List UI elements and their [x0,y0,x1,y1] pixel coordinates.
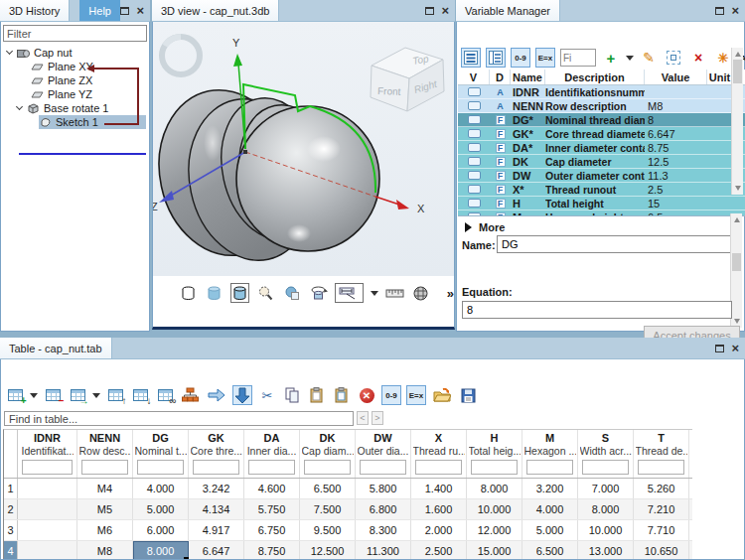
visibility-checkbox[interactable] [458,155,490,168]
visibility-checkbox[interactable] [458,183,490,196]
chevron-down-icon[interactable] [16,103,23,110]
rotate-view-icon[interactable] [309,283,328,303]
table-cell[interactable]: M4 [77,479,133,498]
tree-selection[interactable]: Sketch 1 [39,115,146,129]
table-cell[interactable]: 6.647 [189,541,244,559]
maximize-icon[interactable] [120,7,129,15]
add-row-icon[interactable]: + [5,385,25,405]
digits-format-icon[interactable]: 0-9 [381,385,401,405]
find-in-table-input[interactable] [4,411,354,426]
paste-special-icon[interactable] [332,385,352,405]
delete-row-icon[interactable]: − [43,385,63,405]
visibility-checkbox[interactable] [458,197,490,210]
variable-row[interactable]: F H Total height 15 [458,197,745,210]
column-filter-input[interactable] [526,460,573,475]
table-cell[interactable]: 11.300 [356,541,411,559]
table-cell[interactable]: 1.600 [411,499,467,519]
tree-item-sketch[interactable]: Sketch 1 [1,115,149,129]
details-view-icon[interactable] [486,48,506,68]
list-view-icon[interactable] [461,48,481,68]
table-cell[interactable]: 10.000 [467,499,522,519]
column-header[interactable]: IDNR Identifikat... [18,430,77,478]
visibility-checkbox[interactable] [458,113,490,126]
table-cell[interactable]: 4.600 [244,479,300,498]
find-prev-button[interactable]: < [357,411,369,425]
history-filter-input[interactable] [3,25,147,42]
col-header-description[interactable]: Description [545,70,645,84]
chevron-down-icon[interactable] [6,48,13,55]
column-header[interactable]: T Thread de... [634,430,689,478]
column-filter-input[interactable] [248,460,295,475]
close-icon[interactable]: × [731,4,739,17]
column-header[interactable]: DW Outer dia... [356,430,411,478]
column-header[interactable]: GK Core thre... [189,430,244,478]
column-filter-input[interactable] [415,460,462,475]
column-filter-input[interactable] [193,460,239,475]
tab-3d-view[interactable]: 3D view - cap_nut.3db [152,0,279,21]
variable-filter-input[interactable] [560,49,596,67]
row-number[interactable]: 2 [4,499,18,519]
variable-row[interactable]: F DG* Nominal thread diameter 8 [458,113,745,127]
cut-icon[interactable]: ✂ [257,385,277,405]
column-header[interactable]: DG Nominal t... [133,430,189,478]
table-cell[interactable]: 9.500 [300,520,356,540]
col-header-unit[interactable]: Unit [707,70,733,84]
tree-item-cap-nut[interactable]: Cap nut [1,46,149,60]
column-header[interactable]: H Total heig... [467,430,522,478]
variable-row[interactable]: A NENN Row description M8 [458,99,745,113]
column-filter-input[interactable] [22,460,73,475]
append-row-dropdown-icon[interactable] [92,393,100,398]
zoom-icon[interactable] [256,283,275,303]
add-row-dropdown-icon[interactable] [30,393,38,398]
cube-front-label[interactable]: Front [377,85,401,97]
tab-table[interactable]: Table - cap_nut.tab [0,338,112,358]
table-cell[interactable]: 3.200 [522,479,578,498]
table-cell[interactable]: 8.000 [133,541,189,559]
visibility-checkbox[interactable] [458,169,490,182]
variable-row[interactable]: F DA* Inner diameter contact... 8.75 [458,141,745,155]
tree-item-plane-zx[interactable]: Plane ZX [1,73,149,87]
hierarchy-icon[interactable] [180,385,201,405]
variable-row[interactable]: F M Hexagon height 6.5 [458,210,745,216]
insert-above-icon[interactable]: ↑ [105,385,125,405]
table-cell[interactable]: 8.000 [467,479,522,498]
table-cell[interactable]: 4.000 [133,479,189,498]
variable-table-scrollbar[interactable] [731,48,743,195]
tree-item-plane-yz[interactable]: Plane YZ [1,87,149,101]
table-cell[interactable]: 6.000 [133,520,189,540]
table-cell[interactable]: 6.500 [300,479,356,498]
row-number[interactable]: 4 [4,541,18,559]
col-header-v[interactable]: V [458,70,490,84]
table-cell[interactable]: 13.000 [578,541,634,559]
table-cell[interactable]: 7.500 [300,499,356,519]
edit-variable-icon[interactable]: ✎ [639,48,659,68]
mesh-icon[interactable] [411,283,430,303]
table-cell[interactable] [18,499,77,519]
row-number[interactable]: 1 [4,479,18,498]
viewport-3d[interactable]: Top Front Right Y X Z [152,22,455,276]
table-cell[interactable] [18,520,77,540]
open-file-icon[interactable] [431,385,453,405]
table-cell[interactable]: 12.500 [300,541,356,559]
table-cell[interactable]: 15.000 [467,541,522,559]
table-cell[interactable] [18,479,77,498]
visibility-checkbox[interactable] [458,127,490,140]
variable-row[interactable]: F DK Cap diameter 12.5 [458,155,745,169]
warning-refresh-icon[interactable]: ✳ [713,48,733,68]
table-cell[interactable]: 6.500 [522,541,578,559]
toolbar-overflow-icon[interactable]: » [447,286,454,301]
paste-icon[interactable] [307,385,327,405]
table-cell[interactable]: M5 [77,499,133,519]
table-cell[interactable]: 8.750 [244,541,300,559]
table-cell[interactable] [18,541,77,559]
column-header[interactable]: DA Inner dia... [244,430,300,478]
table-cell[interactable]: 6.800 [356,499,411,519]
tree-item-plane-xy[interactable]: Plane XY [1,60,149,73]
close-icon[interactable]: × [136,4,144,17]
table-cell[interactable]: 5.000 [522,520,578,540]
tab-help[interactable]: Help [79,0,120,21]
table-cell[interactable]: M6 [77,520,133,540]
insert-below-icon[interactable]: ↓ [130,385,150,405]
table-cell[interactable]: 8.000 [578,499,634,519]
shaded-mode-icon[interactable] [205,283,224,303]
